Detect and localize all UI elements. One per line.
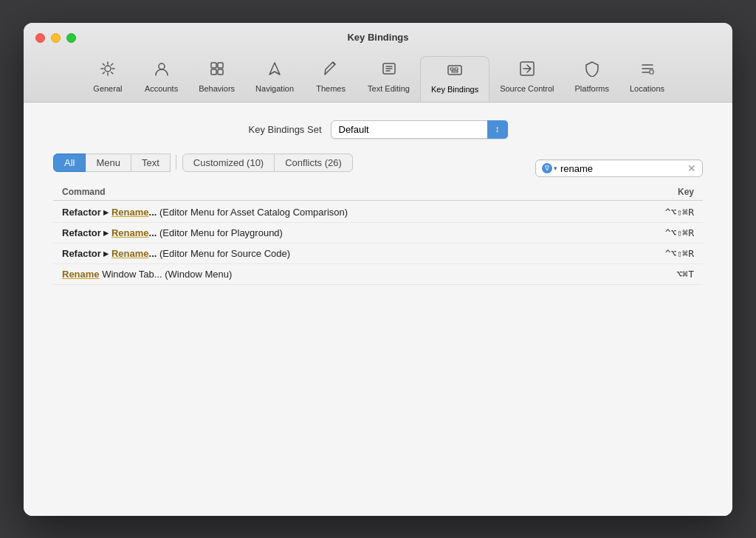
toolbar-item-accounts[interactable]: Accounts xyxy=(134,56,188,102)
title-bar: Key Bindings GeneralAccountsBehaviorsNav… xyxy=(24,23,732,103)
search-box[interactable]: ∇ ▾ ✕ xyxy=(535,159,703,177)
svg-rect-2 xyxy=(211,63,216,68)
key-value: ^⌥⇧⌘R xyxy=(665,227,694,238)
key-value: ⌥⌘T xyxy=(677,269,694,280)
tab-menu[interactable]: Menu xyxy=(85,154,131,172)
toolbar-label-source-control: Source Control xyxy=(500,84,554,93)
toolbar-label-text-editing: Text Editing xyxy=(368,84,410,93)
close-button[interactable] xyxy=(35,33,45,43)
svg-point-1 xyxy=(159,63,165,69)
toolbar-item-platforms[interactable]: Platforms xyxy=(565,56,619,102)
minimize-button[interactable] xyxy=(51,33,61,43)
command-context: (Editor Menu for Playground) xyxy=(159,227,283,238)
svg-rect-10 xyxy=(452,71,458,72)
svg-point-0 xyxy=(105,66,111,72)
command-context: Window Tab... (Window Menu) xyxy=(102,269,232,280)
table-header: Command Key xyxy=(53,184,703,201)
toolbar-label-themes: Themes xyxy=(316,84,346,93)
command-context: (Editor Menu for Source Code) xyxy=(159,248,290,259)
search-input[interactable] xyxy=(560,163,684,174)
bindings-set-value: Default xyxy=(331,120,508,139)
key-value: ^⌥⇧⌘R xyxy=(665,248,694,259)
column-header-command: Command xyxy=(62,187,106,197)
content-area: Key Bindings Set Default ↕ All Menu Text… xyxy=(24,103,732,516)
command-bold-prefix: Refactor ▸ Rename... xyxy=(62,227,157,238)
command-highlight: Rename xyxy=(111,248,149,259)
locations-icon xyxy=(639,61,656,81)
text-editing-icon xyxy=(381,61,397,81)
keybindings-table: Command Key Refactor ▸ Rename... (Editor… xyxy=(53,184,703,285)
tab-all[interactable]: All xyxy=(53,154,86,172)
maximize-button[interactable] xyxy=(66,33,76,43)
command-context: (Editor Menu for Asset Catalog Compariso… xyxy=(159,207,348,218)
column-header-key: Key xyxy=(678,187,694,197)
toolbar-label-behaviors: Behaviors xyxy=(199,84,235,93)
toolbar-item-locations[interactable]: Locations xyxy=(619,56,675,102)
table-row: Rename Window Tab... (Window Menu) ⌥⌘T xyxy=(53,264,703,285)
command-bold-prefix: Refactor ▸ Rename... xyxy=(62,248,157,259)
toolbar-item-key-bindings[interactable]: Key Bindings xyxy=(420,56,489,102)
bindings-set-row: Key Bindings Set Default ↕ xyxy=(53,120,703,139)
filter-dot-icon: ∇ xyxy=(542,163,552,173)
chevron-down-icon: ▾ xyxy=(554,165,557,172)
command-highlight: Rename xyxy=(111,227,149,238)
search-area: ∇ ▾ ✕ xyxy=(535,159,703,177)
table-row: Refactor ▸ Rename... (Editor Menu for As… xyxy=(53,202,703,223)
toolbar-item-source-control[interactable]: Source Control xyxy=(489,56,564,102)
source-control-icon xyxy=(519,61,535,81)
command-text: Refactor ▸ Rename... (Editor Menu for As… xyxy=(62,207,348,218)
table-row: Refactor ▸ Rename... (Editor Menu for Pl… xyxy=(53,223,703,244)
toolbar-item-text-editing[interactable]: Text Editing xyxy=(357,56,420,102)
svg-rect-12 xyxy=(650,70,653,74)
toolbar-label-general: General xyxy=(93,84,122,93)
general-icon xyxy=(100,61,116,81)
command-highlight: Rename xyxy=(111,207,149,218)
tab-text[interactable]: Text xyxy=(131,154,171,172)
behaviors-icon xyxy=(209,61,225,81)
main-window: Key Bindings GeneralAccountsBehaviorsNav… xyxy=(24,23,732,516)
toolbar-label-navigation: Navigation xyxy=(255,84,294,93)
tab-customized[interactable]: Customized (10) xyxy=(182,154,275,172)
key-value: ^⌥⇧⌘R xyxy=(665,207,694,218)
tab-conflicts[interactable]: Conflicts (26) xyxy=(274,154,353,172)
command-text: Rename Window Tab... (Window Menu) xyxy=(62,269,232,280)
svg-rect-5 xyxy=(218,69,223,75)
toolbar: GeneralAccountsBehaviorsNavigationThemes… xyxy=(35,50,721,102)
svg-rect-8 xyxy=(450,68,453,70)
platforms-icon xyxy=(584,61,600,81)
command-text: Refactor ▸ Rename... (Editor Menu for Pl… xyxy=(62,227,283,238)
select-arrow-icon: ↕ xyxy=(487,120,508,139)
bindings-set-selector[interactable]: Default ↕ xyxy=(331,120,508,139)
search-clear-icon[interactable]: ✕ xyxy=(687,162,696,174)
toolbar-label-accounts: Accounts xyxy=(145,84,178,93)
toolbar-item-themes[interactable]: Themes xyxy=(304,56,357,102)
key-bindings-icon xyxy=(447,61,463,82)
filter-tabs-area: All Menu Text Customized (10) Conflicts … xyxy=(53,154,703,184)
window-title: Key Bindings xyxy=(35,32,721,50)
toolbar-item-behaviors[interactable]: Behaviors xyxy=(188,56,245,102)
toolbar-label-locations: Locations xyxy=(630,84,664,93)
toolbar-label-key-bindings: Key Bindings xyxy=(431,85,478,94)
search-filter-icon[interactable]: ∇ ▾ xyxy=(542,163,557,173)
bindings-set-label: Key Bindings Set xyxy=(248,124,321,135)
tab-divider xyxy=(176,155,176,170)
command-highlight: Rename xyxy=(62,269,100,280)
toolbar-item-navigation[interactable]: Navigation xyxy=(245,56,304,102)
table-row: Refactor ▸ Rename... (Editor Menu for So… xyxy=(53,244,703,264)
svg-rect-4 xyxy=(211,69,216,75)
toolbar-label-platforms: Platforms xyxy=(575,84,609,93)
themes-icon xyxy=(323,61,339,81)
window-controls xyxy=(35,33,76,43)
filter-tabs: All Menu Text Customized (10) Conflicts … xyxy=(53,154,352,172)
command-bold-prefix: Refactor ▸ Rename... xyxy=(62,207,157,218)
svg-rect-3 xyxy=(218,63,223,68)
navigation-icon xyxy=(267,61,283,81)
svg-rect-9 xyxy=(455,68,458,70)
accounts-icon xyxy=(154,61,170,81)
command-text: Refactor ▸ Rename... (Editor Menu for So… xyxy=(62,248,290,259)
toolbar-item-general[interactable]: General xyxy=(81,56,134,102)
